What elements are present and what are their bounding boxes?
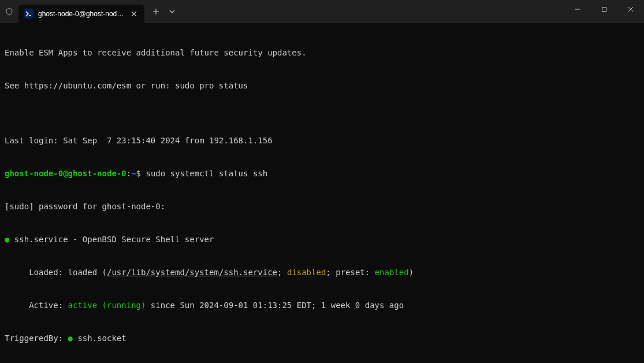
close-window-button[interactable]	[617, 0, 644, 18]
enabled-label: enabled	[375, 268, 409, 277]
shield-icon	[0, 8, 18, 16]
new-tab-button[interactable]	[147, 2, 165, 21]
window-controls	[564, 0, 644, 23]
loaded-line: Loaded: loaded (/usr/lib/systemd/system/…	[5, 267, 639, 278]
titlebar-left: ghost-node-0@ghost-node-0:	[0, 0, 179, 23]
sudo-prompt-line: [sudo] password for ghost-node-0:	[5, 201, 639, 212]
triggered-bullet-icon: ●	[68, 334, 73, 343]
triggered-line: TriggeredBy: ● ssh.socket	[5, 333, 639, 344]
minimize-button[interactable]	[564, 0, 591, 18]
service-header-line: ● ssh.service - OpenBSD Secure Shell ser…	[5, 234, 639, 245]
prompt-user-host: ghost-node-0@ghost-node-0	[5, 169, 126, 178]
titlebar: ghost-node-0@ghost-node-0:	[0, 0, 644, 23]
powershell-icon	[24, 9, 33, 18]
command-text: sudo systemctl status ssh	[146, 169, 267, 178]
tab-dropdown-button[interactable]	[165, 2, 179, 21]
motd-line: Enable ESM Apps to receive additional fu…	[5, 47, 639, 58]
active-line: Active: active (running) since Sun 2024-…	[5, 300, 639, 311]
tab-close-button[interactable]	[129, 9, 139, 18]
prompt-path: ~	[131, 169, 136, 178]
prompt-line: ghost-node-0@ghost-node-0:~$ sudo system…	[5, 168, 639, 179]
disabled-label: disabled	[287, 268, 326, 277]
motd-line: See https://ubuntu.com/esm or run: sudo …	[5, 80, 639, 91]
maximize-button[interactable]	[591, 0, 617, 18]
tab-active[interactable]: ghost-node-0@ghost-node-0:	[18, 5, 144, 23]
service-path: /usr/lib/systemd/system/ssh.service	[107, 268, 277, 277]
svg-rect-1	[602, 8, 606, 12]
last-login-line: Last login: Sat Sep 7 23:15:40 2024 from…	[5, 135, 639, 146]
active-state: active (running)	[68, 301, 146, 310]
tab-title: ghost-node-0@ghost-node-0:	[38, 9, 125, 20]
terminal-area[interactable]: Enable ESM Apps to receive additional fu…	[0, 23, 644, 363]
